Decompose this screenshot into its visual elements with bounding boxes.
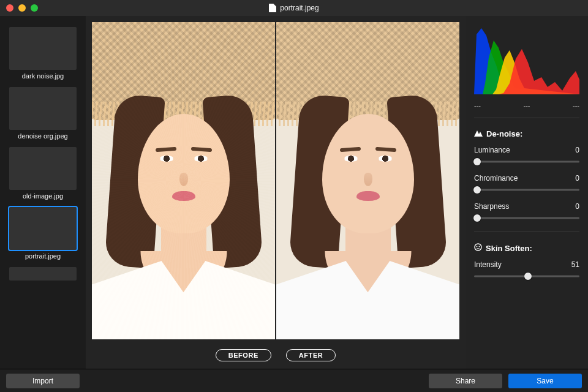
sharpness-slider-row: Sharpness 0 xyxy=(474,202,579,223)
svg-point-1 xyxy=(477,246,478,247)
thumbnail-label: portrait.jpeg xyxy=(25,252,61,260)
intensity-value: 51 xyxy=(571,260,579,269)
denoise-section-title: De-noise: xyxy=(474,129,579,138)
thumbnail-item[interactable] xyxy=(6,267,80,281)
chrominance-label: Chrominance xyxy=(474,174,518,183)
compare-labels: BEFORE AFTER xyxy=(86,349,466,361)
histogram-value: --- xyxy=(573,102,579,109)
document-title: portrait.jpeg xyxy=(0,4,588,12)
intensity-slider[interactable] xyxy=(474,271,579,281)
adjustments-panel: --- --- --- De-noise: Luminance 0 Chromi… xyxy=(466,16,588,369)
luminance-value: 0 xyxy=(575,146,579,154)
luminance-slider[interactable] xyxy=(474,157,579,167)
minimize-window-button[interactable] xyxy=(18,4,26,12)
thumbnail-image xyxy=(9,207,77,250)
thumbnail-label: old-image.jpg xyxy=(23,192,63,200)
chrominance-value: 0 xyxy=(575,174,579,183)
window-controls xyxy=(6,4,38,12)
preview-canvas: BEFORE AFTER xyxy=(86,16,466,369)
thumbnail-image xyxy=(9,147,77,190)
face-icon xyxy=(474,243,482,253)
main-content: dark noise.jpg denoise org.jpeg old-imag… xyxy=(0,16,588,369)
mountain-icon xyxy=(474,129,483,138)
compare-after-pane xyxy=(276,22,459,339)
compare-before-pane xyxy=(92,22,275,339)
document-title-label: portrait.jpeg xyxy=(280,4,318,12)
thumbnail-item[interactable]: denoise org.jpeg xyxy=(6,87,80,140)
before-toggle-button[interactable]: BEFORE xyxy=(216,349,271,361)
chrominance-slider-row: Chrominance 0 xyxy=(474,174,579,195)
footer-bar: Import Share Save xyxy=(0,369,588,392)
compare-view[interactable] xyxy=(92,22,459,339)
skin-title-label: Skin Soften: xyxy=(486,244,532,253)
thumbnail-sidebar: dark noise.jpg denoise org.jpeg old-imag… xyxy=(0,16,86,369)
close-window-button[interactable] xyxy=(6,4,13,12)
chrominance-slider[interactable] xyxy=(474,185,579,195)
import-button[interactable]: Import xyxy=(6,374,80,388)
thumbnail-item-selected[interactable]: portrait.jpeg xyxy=(6,207,80,260)
thumbnail-item[interactable]: dark noise.jpg xyxy=(6,27,80,80)
sharpness-value: 0 xyxy=(575,202,579,211)
svg-point-2 xyxy=(479,246,480,247)
save-button[interactable]: Save xyxy=(508,374,582,388)
denoise-title-label: De-noise: xyxy=(486,129,522,138)
sharpness-slider[interactable] xyxy=(474,213,579,223)
svg-point-0 xyxy=(475,244,481,251)
window-titlebar: portrait.jpeg xyxy=(0,0,588,16)
divider xyxy=(474,232,579,232)
sharpness-label: Sharpness xyxy=(474,202,509,211)
intensity-slider-row: Intensity 51 xyxy=(474,260,579,281)
thumbnail-image xyxy=(9,27,77,70)
luminance-slider-row: Luminance 0 xyxy=(474,146,579,167)
thumbnail-image xyxy=(9,267,77,281)
intensity-label: Intensity xyxy=(474,260,502,269)
share-button[interactable]: Share xyxy=(429,374,502,388)
document-icon xyxy=(269,4,276,12)
histogram-value: --- xyxy=(474,102,481,109)
thumbnail-image xyxy=(9,87,77,130)
divider xyxy=(474,118,579,118)
luminance-label: Luminance xyxy=(474,146,510,154)
histogram-value: --- xyxy=(524,102,530,109)
skin-section-title: Skin Soften: xyxy=(474,243,579,253)
histogram-readout: --- --- --- xyxy=(474,102,579,109)
histogram xyxy=(474,22,579,94)
thumbnail-label: dark noise.jpg xyxy=(22,72,64,80)
zoom-window-button[interactable] xyxy=(31,4,38,12)
thumbnail-item[interactable]: old-image.jpg xyxy=(6,147,80,200)
after-toggle-button[interactable]: AFTER xyxy=(286,349,336,361)
thumbnail-label: denoise org.jpeg xyxy=(18,132,67,140)
